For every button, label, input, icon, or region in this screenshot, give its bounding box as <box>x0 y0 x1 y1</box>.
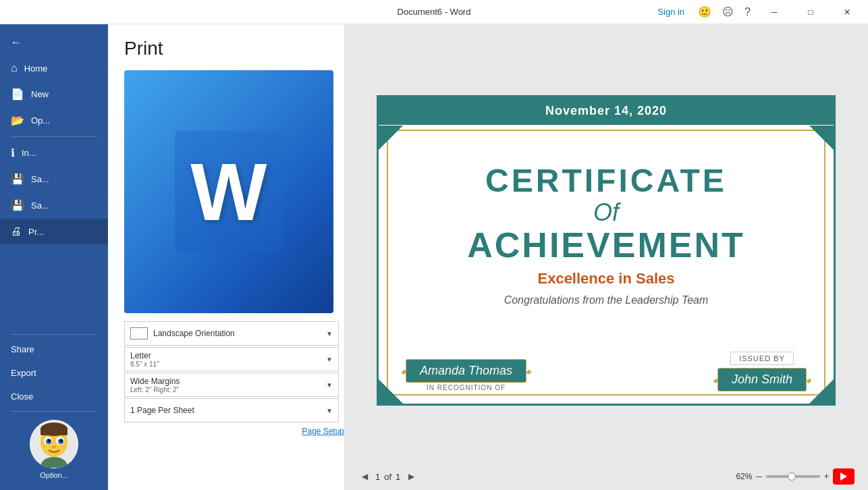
orientation-option[interactable]: Landscape Orientation ▼ <box>124 321 339 346</box>
next-page-button[interactable]: ▶ <box>404 470 418 483</box>
page-setup-link[interactable]: Page Setup <box>124 423 344 440</box>
preview-area: November 14, 2020 CERTIFICATE Of ACHIEVE… <box>344 24 868 490</box>
svg-point-10 <box>60 439 63 442</box>
sidebar-item-save[interactable]: 💾 Sa... <box>0 166 108 192</box>
print-icon: 🖨 <box>11 225 22 238</box>
page-separator: of <box>384 472 391 482</box>
paper-arrow-icon: ▼ <box>326 356 333 363</box>
saveas-icon: 💾 <box>11 199 24 212</box>
sidebar-divider-3 <box>11 411 97 412</box>
orientation-arrow-icon: ▼ <box>326 330 333 337</box>
cert-recognition-label: IN RECOGNITION OF <box>427 384 506 391</box>
minimize-button[interactable]: ─ <box>759 0 790 24</box>
sidebar-export-label: Export <box>11 368 36 378</box>
title-bar-controls: Sign in 🙂 ☹ ? ─ □ ✕ <box>657 0 863 24</box>
app-body: ← ⌂ Home 📄 New 📂 Op... ℹ In... 💾 Sa... 💾… <box>0 24 868 490</box>
sidebar-save-label: Sa... <box>31 174 49 184</box>
sidebar-share-label: Share <box>11 344 34 354</box>
orientation-label: Landscape Orientation <box>153 329 326 338</box>
sidebar-print-label: Pr... <box>28 227 44 237</box>
sidebar-item-saveas[interactable]: 💾 Sa... <box>0 192 108 219</box>
cert-issued-section: ISSUED BY John Smith <box>717 352 807 391</box>
back-icon: ← <box>11 36 22 49</box>
word-logo-area: W <box>124 70 333 313</box>
sign-in-button[interactable]: Sign in <box>657 7 684 17</box>
margins-label: Wide Margins Left: 2" Right: 2" <box>130 377 326 393</box>
sidebar-item-export[interactable]: Export <box>0 361 108 385</box>
zoom-slider-thumb <box>788 472 796 481</box>
total-pages: 1 <box>396 472 400 482</box>
preview-content: November 14, 2020 CERTIFICATE Of ACHIEVE… <box>358 38 855 463</box>
cert-title-achievement: ACHIEVEMENT <box>467 226 744 265</box>
margins-option[interactable]: Wide Margins Left: 2" Right: 2" ▼ <box>124 373 339 397</box>
sidebar-new-label: New <box>31 89 49 99</box>
sidebar-item-back[interactable]: ← <box>0 30 108 55</box>
zoom-level: 62% <box>736 472 752 481</box>
paper-option[interactable]: Letter 8.5" x 11" ▼ <box>124 347 339 371</box>
sidebar-open-label: Op... <box>31 115 50 126</box>
pages-per-sheet-arrow-icon: ▼ <box>326 407 333 414</box>
youtube-button[interactable] <box>833 468 855 485</box>
prev-page-button[interactable]: ◀ <box>358 470 371 483</box>
sidebar-home-label: Home <box>24 63 48 74</box>
zoom-plus-icon[interactable]: + <box>824 472 829 481</box>
emoji-smiley-icon[interactable]: 🙂 <box>695 3 714 21</box>
certificate-preview: November 14, 2020 CERTIFICATE Of ACHIEVE… <box>377 95 836 406</box>
window-title: Document6 - Word <box>398 7 471 17</box>
word-w-letter: W <box>190 151 267 232</box>
sidebar-item-close[interactable]: Close <box>0 385 108 408</box>
cert-date: November 14, 2020 <box>379 97 834 125</box>
pages-per-sheet-label: 1 Page Per Sheet <box>130 406 326 415</box>
close-button[interactable]: ✕ <box>832 0 863 24</box>
sidebar-divider-2 <box>11 334 97 335</box>
title-bar: Document6 - Word Sign in 🙂 ☹ ? ─ □ ✕ <box>0 0 868 24</box>
cert-body: CERTIFICATE Of ACHIEVEMENT Excellence in… <box>379 125 834 352</box>
print-title: Print <box>124 38 344 59</box>
cert-congrats: Congratulations from the Leadership Team <box>504 294 709 306</box>
preview-navigation: ◀ 1 of 1 ▶ 62% ─ + <box>358 463 855 490</box>
svg-rect-4 <box>40 427 67 435</box>
sidebar-item-share[interactable]: Share <box>0 337 108 361</box>
info-icon: ℹ <box>11 146 15 159</box>
maximize-button[interactable]: □ <box>795 0 826 24</box>
new-icon: 📄 <box>11 88 24 101</box>
sidebar-info-label: In... <box>22 148 36 158</box>
user-avatar-container[interactable]: Option... <box>0 414 108 485</box>
sidebar-bottom: Share Export Close <box>0 331 108 490</box>
word-logo-inner-box: W <box>175 131 283 252</box>
print-options-list: Landscape Orientation ▼ Letter 8.5" x 11… <box>124 321 344 423</box>
word-logo-background: W <box>124 70 333 313</box>
cert-issuer-name: John Smith <box>717 368 807 391</box>
cert-recipient-name: Amanda Thomas <box>406 359 526 383</box>
cert-footer: Amanda Thomas IN RECOGNITION OF ISSUED B… <box>379 352 834 404</box>
zoom-slider[interactable] <box>766 475 820 478</box>
landscape-icon <box>130 327 148 339</box>
sidebar: ← ⌂ Home 📄 New 📂 Op... ℹ In... 💾 Sa... 💾… <box>0 24 108 490</box>
svg-point-11 <box>52 445 56 448</box>
svg-point-9 <box>48 439 51 442</box>
home-icon: ⌂ <box>11 62 18 74</box>
user-avatar <box>30 420 78 468</box>
sidebar-divider-1 <box>11 136 97 137</box>
sidebar-item-home[interactable]: ⌂ Home <box>0 55 108 81</box>
zoom-control: 62% ─ + <box>736 468 855 485</box>
sidebar-item-print[interactable]: 🖨 Pr... <box>0 219 108 244</box>
help-icon[interactable]: ? <box>742 3 753 21</box>
sidebar-item-new[interactable]: 📄 New <box>0 81 108 107</box>
print-settings-panel: Print W Landscape Orientation ▼ Letter <box>108 24 344 490</box>
margins-arrow-icon: ▼ <box>326 381 333 389</box>
paper-label: Letter 8.5" x 11" <box>130 351 326 368</box>
sidebar-options-label[interactable]: Option... <box>40 471 68 479</box>
cert-subtitle: Excellence in Sales <box>537 270 674 288</box>
cert-title-of: Of <box>593 199 619 226</box>
open-icon: 📂 <box>11 114 24 127</box>
sidebar-saveas-label: Sa... <box>31 200 49 211</box>
current-page: 1 <box>375 472 380 482</box>
pages-per-sheet-option[interactable]: 1 Page Per Sheet ▼ <box>124 398 339 423</box>
emoji-sad-icon[interactable]: ☹ <box>720 3 736 21</box>
sidebar-close-label: Close <box>11 391 33 402</box>
sidebar-item-info[interactable]: ℹ In... <box>0 140 108 166</box>
zoom-minus-icon[interactable]: ─ <box>756 472 762 481</box>
youtube-play-icon <box>840 472 847 481</box>
sidebar-item-open[interactable]: 📂 Op... <box>0 107 108 134</box>
